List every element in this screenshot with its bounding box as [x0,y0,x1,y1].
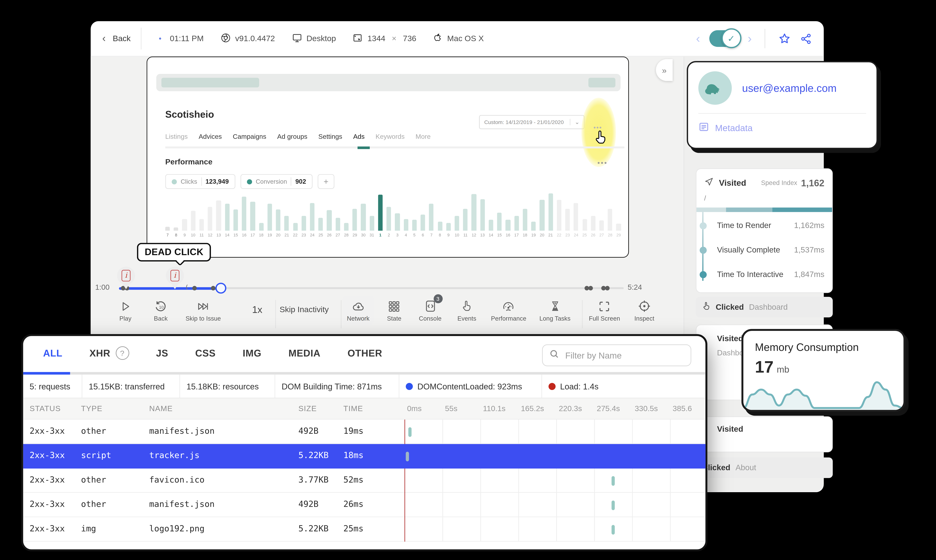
back-button[interactable]: 10Back [154,299,168,322]
chart-x-label: 25 [580,233,589,237]
metadata-link[interactable]: Metadata [699,122,867,134]
network-tab-xhr[interactable]: XHR? [89,346,129,360]
chart-x-label: 17 [512,233,521,237]
events-button[interactable]: Events [457,299,476,322]
visited-event[interactable]: Visited [696,416,833,452]
pointer-hand-icon [702,301,711,313]
console-button[interactable]: 3Console [419,299,442,322]
chart-bar [523,209,527,231]
waterfall-bar [612,500,615,510]
network-tab-img[interactable]: IMG [243,348,261,358]
site-tab-advices[interactable]: Advices [199,133,222,140]
speed-index-value: 1,162 [801,178,825,188]
section-menu-dots[interactable]: ••• [597,158,608,166]
state-button[interactable]: State [387,299,401,322]
metric-dot [700,222,707,229]
info-icon: i [122,270,131,282]
chart-x-label: 18 [257,233,265,237]
chart-bar-slot [529,222,538,231]
network-button[interactable]: Network [342,295,374,325]
chart-bar-slot [376,194,384,231]
performance-button[interactable]: Performance [491,299,526,322]
chart-bar-slot [282,216,291,231]
event-dot[interactable] [588,286,593,291]
site-tab-listings[interactable]: Listings [165,133,188,140]
network-tab-css[interactable]: CSS [195,348,216,358]
site-tab-more[interactable]: More [416,133,431,140]
full-screen-button[interactable]: Full Screen [589,299,620,322]
issue-pin[interactable]: i [117,267,135,289]
network-tab-other[interactable]: OTHER [347,348,382,358]
chart-bar-slot [223,204,231,231]
metadata-label: Metadata [715,123,753,133]
site-tab-settings[interactable]: Settings [318,133,342,140]
share-button[interactable] [800,32,812,45]
skip-inactivity-button[interactable]: Skip Inactivity [280,305,329,314]
chart-bar [335,217,340,231]
skeleton-pill [161,78,259,88]
inspect-button[interactable]: Inspect [634,299,654,322]
next-session-button[interactable]: › [748,31,752,46]
network-tab-media[interactable]: MEDIA [288,348,321,358]
request-row-manifest.json[interactable]: 2xx-3xxothermanifest.json492B19ms [23,420,706,444]
long-tasks-button[interactable]: Long Tasks [539,299,571,322]
request-row-tracker.js[interactable]: 2xx-3xxscripttracker.js5.22KB18ms [23,444,706,469]
help-icon[interactable]: ? [116,346,129,360]
date-range-picker[interactable]: Custom: 14/12/2019 - 21/01/2020 ⌄ [479,115,584,129]
network-tab-js[interactable]: JS [156,348,168,358]
prev-session-button[interactable]: ‹ [696,31,700,46]
chart-bar [301,216,306,231]
version-label: v91.0.4472 [235,34,275,43]
request-row-favicon.ico[interactable]: 2xx-3xxotherfavicon.ico3.77KB52ms [23,468,706,493]
filter-input[interactable] [565,351,674,360]
filter-box[interactable] [542,345,691,366]
request-row-logo192.png[interactable]: 2xx-3xximglogo192.png5.22KB25ms [23,517,706,542]
chart-bar-slot [299,216,308,231]
site-tab-ads[interactable]: Ads [353,133,365,140]
cell-time: 52ms [343,475,364,485]
event-dot[interactable] [605,286,609,291]
clicked-dashboard-event[interactable]: Clicked Dashboard [696,297,833,317]
waterfall-tick-label: 275.4s [597,404,620,413]
visited-event-card[interactable]: Visited Speed Index 1,162 / Time to Rend… [696,168,833,293]
stat-text: DOMContentLoaded: 923ms [417,382,522,391]
chart-bar [506,220,510,231]
favorite-star-button[interactable] [778,32,791,45]
os-info: Mac OS X [433,32,484,45]
chart-bar [514,216,519,231]
event-dot[interactable] [211,286,216,291]
metric-chip-clicks[interactable]: Clicks123,949 [165,174,235,189]
performance-bar-chart [163,194,623,231]
chart-bar-slot [385,207,393,231]
request-row-manifest.json[interactable]: 2xx-3xxothermanifest.json492B26ms [23,493,706,517]
collapse-sidebar-button[interactable]: » [656,59,672,81]
autoplay-toggle[interactable]: ✓ [709,30,739,47]
playhead-handle[interactable] [216,283,226,294]
divider [141,28,142,49]
network-tab-all[interactable]: ALL [43,348,62,358]
site-tab-keywords[interactable]: Keywords [376,133,404,140]
site-tab-ad-groups[interactable]: Ad groups [277,133,307,140]
event-dot[interactable] [192,286,197,291]
play-button[interactable]: Play [119,299,131,322]
active-tab-indicator [23,372,70,375]
waterfall-tick-label: 110.1s [483,404,506,413]
chart-x-label: 14 [487,233,495,237]
skip-to-issue-button[interactable]: Skip to Issue [185,299,221,322]
clicked-about-event[interactable]: Clicked About [696,457,833,478]
chart-bar-slot [606,209,614,231]
dead-click-pin[interactable]: i [166,267,184,289]
metric-chip-conversion[interactable]: Conversion902 [241,174,312,189]
user-email[interactable]: user@example.com [742,82,837,94]
timeline-track[interactable]: ((( [119,287,624,289]
playback-speed-button[interactable]: 1x [252,304,262,315]
site-tabs-underline [165,146,625,148]
add-metric-button[interactable]: + [318,174,334,189]
network-tab-bar: ALLXHR?JSCSSIMGMEDIAOTHER [43,346,382,360]
timing-metric-row: Time to Render1,162ms [717,221,825,230]
metric-dot [172,179,177,184]
site-tab-campaigns[interactable]: Campaigns [233,133,266,140]
waterfall-tick-label: 220.3s [559,404,582,413]
user-identity-card: user@example.com Metadata [687,61,878,149]
back-button[interactable]: ‹ Back [102,33,131,44]
